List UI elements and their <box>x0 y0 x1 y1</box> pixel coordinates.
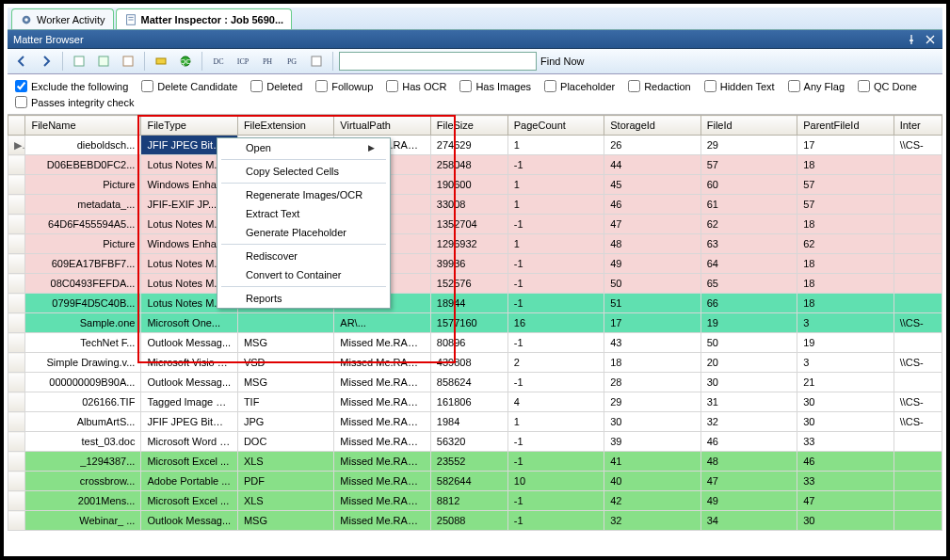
cell[interactable] <box>894 472 942 491</box>
filter-checkbox[interactable]: Any Flag <box>788 80 845 92</box>
cell[interactable]: 582644 <box>430 472 507 491</box>
tag-yellow-button[interactable] <box>151 51 171 72</box>
cell[interactable]: DOC <box>237 432 333 452</box>
cell[interactable]: 49 <box>604 254 700 274</box>
menu-item[interactable]: Generate Placeholder <box>217 223 390 242</box>
cell[interactable]: 56320 <box>430 432 507 452</box>
row-handle[interactable] <box>8 294 25 313</box>
column-header[interactable] <box>8 116 25 136</box>
cell[interactable]: 152576 <box>430 274 507 294</box>
cell[interactable]: D06EBEBD0FC2... <box>25 155 141 175</box>
cell[interactable]: 50 <box>604 274 700 294</box>
cell[interactable]: 26 <box>604 136 700 155</box>
pg-button[interactable]: PG <box>282 51 302 72</box>
cell[interactable]: 4 <box>507 392 604 412</box>
filter-checkbox[interactable]: Deleted <box>250 80 302 92</box>
cell[interactable]: 32 <box>700 412 797 432</box>
cell[interactable]: Microsoft One... <box>141 313 237 333</box>
cell[interactable]: 858624 <box>430 373 507 392</box>
cell[interactable]: 39 <box>604 432 700 452</box>
doc-button-1[interactable] <box>69 51 89 72</box>
column-header[interactable]: Inter <box>894 116 942 136</box>
tab-worker-activity[interactable]: Worker Activity <box>11 8 114 29</box>
table-row[interactable]: Simple Drawing.v...Microsoft Visio D...V… <box>8 353 942 373</box>
cell[interactable] <box>894 333 942 353</box>
cell[interactable]: Missed Me.RAR\... <box>334 373 430 392</box>
row-handle[interactable] <box>8 412 25 432</box>
cell[interactable]: PDF <box>237 472 333 491</box>
cell[interactable]: 8812 <box>430 491 507 511</box>
cell[interactable] <box>894 432 942 452</box>
column-header[interactable]: PageCount <box>507 116 604 136</box>
cell[interactable]: 60 <box>700 175 797 195</box>
cell[interactable]: Adobe Portable ... <box>141 472 237 491</box>
cell[interactable]: Outlook Messag... <box>141 333 237 353</box>
cell[interactable]: 08C0493FEFDA... <box>25 274 141 294</box>
cell[interactable]: 43 <box>604 333 700 353</box>
column-header[interactable]: StorageId <box>604 116 700 136</box>
cell[interactable]: Missed Me.RAR\... <box>334 472 430 491</box>
cell[interactable]: XLS <box>237 452 333 472</box>
cell[interactable]: Missed Me.RAR\... <box>334 511 430 531</box>
cell[interactable]: 47 <box>604 215 700 234</box>
cell[interactable]: 47 <box>797 491 894 511</box>
filter-checkbox[interactable]: Followup <box>315 80 373 92</box>
cell[interactable]: 20 <box>700 353 797 373</box>
cell[interactable]: 21 <box>797 373 894 392</box>
menu-item[interactable]: Extract Text <box>217 204 390 223</box>
cell[interactable]: 29 <box>604 392 700 412</box>
cell[interactable]: \\CS- <box>894 412 942 432</box>
cell[interactable]: \\CS- <box>894 136 942 155</box>
cell[interactable]: 48 <box>700 452 797 472</box>
cell[interactable]: TIF <box>237 392 333 412</box>
cell[interactable]: 18944 <box>430 294 507 313</box>
cell[interactable]: 44 <box>604 155 700 175</box>
column-header[interactable]: FileType <box>141 116 237 136</box>
cell[interactable]: 30 <box>604 412 700 432</box>
cell[interactable]: 29 <box>700 136 797 155</box>
cell[interactable]: Missed Me.RAR\... <box>334 452 430 472</box>
cell[interactable] <box>894 294 942 313</box>
cell[interactable]: TechNet F... <box>25 333 141 353</box>
cell[interactable]: 48 <box>604 234 700 254</box>
cell[interactable]: 2 <box>507 353 604 373</box>
dc-button[interactable]: DC <box>208 51 229 72</box>
cell[interactable]: 1984 <box>430 412 507 432</box>
cell[interactable]: 274629 <box>430 136 507 155</box>
cell[interactable] <box>894 195 942 215</box>
table-row[interactable]: _1294387...Microsoft Excel ...XLSMissed … <box>8 452 942 472</box>
tag-green-button[interactable]: QC <box>175 51 196 72</box>
cell[interactable]: 026166.TIF <box>25 392 141 412</box>
cell[interactable]: 258048 <box>430 155 507 175</box>
row-handle[interactable] <box>8 274 25 294</box>
table-row[interactable]: 026166.TIFTagged Image Fil...TIFMissed M… <box>8 392 942 412</box>
cell[interactable]: Missed Me.RAR\... <box>334 491 430 511</box>
cell[interactable]: 40 <box>604 472 700 491</box>
table-row[interactable]: Webinar_ ...Outlook Messag...MSGMissed M… <box>8 511 942 531</box>
filter-checkbox[interactable]: QC Done <box>858 80 917 92</box>
pin-icon[interactable] <box>905 33 918 46</box>
cell[interactable]: 3 <box>797 353 894 373</box>
cell[interactable]: 28 <box>604 373 700 392</box>
cell[interactable]: Microsoft Word 9... <box>141 432 237 452</box>
menu-item[interactable]: Copy Selected Cells <box>217 162 390 181</box>
cell[interactable]: 42 <box>604 491 700 511</box>
table-row[interactable]: ▶dieboldsch...JFIF JPEG BitmapJPGMissed … <box>8 136 942 155</box>
cell[interactable]: 1 <box>507 195 604 215</box>
search-input[interactable] <box>339 52 537 71</box>
cell[interactable]: 1352704 <box>430 215 507 234</box>
cell[interactable]: JPG <box>237 412 333 432</box>
filter-checkbox[interactable]: Delete Candidate <box>141 80 237 92</box>
cell[interactable]: metadata_... <box>25 195 141 215</box>
cell[interactable]: 0799F4D5C40B... <box>25 294 141 313</box>
icp-button[interactable]: ICP <box>233 51 253 72</box>
cell[interactable]: 190600 <box>430 175 507 195</box>
column-header[interactable]: FileName <box>25 116 141 136</box>
menu-item[interactable]: Regenerate Images/OCR <box>217 185 390 204</box>
table-row[interactable]: crossbrow...Adobe Portable ...PDFMissed … <box>8 472 942 491</box>
nav-forward-button[interactable] <box>36 51 56 72</box>
close-icon[interactable] <box>924 33 937 46</box>
table-row[interactable]: Sample.oneMicrosoft One...AR\...15771601… <box>8 313 942 333</box>
cell[interactable]: AR\... <box>334 313 430 333</box>
cell[interactable]: 62 <box>797 234 894 254</box>
